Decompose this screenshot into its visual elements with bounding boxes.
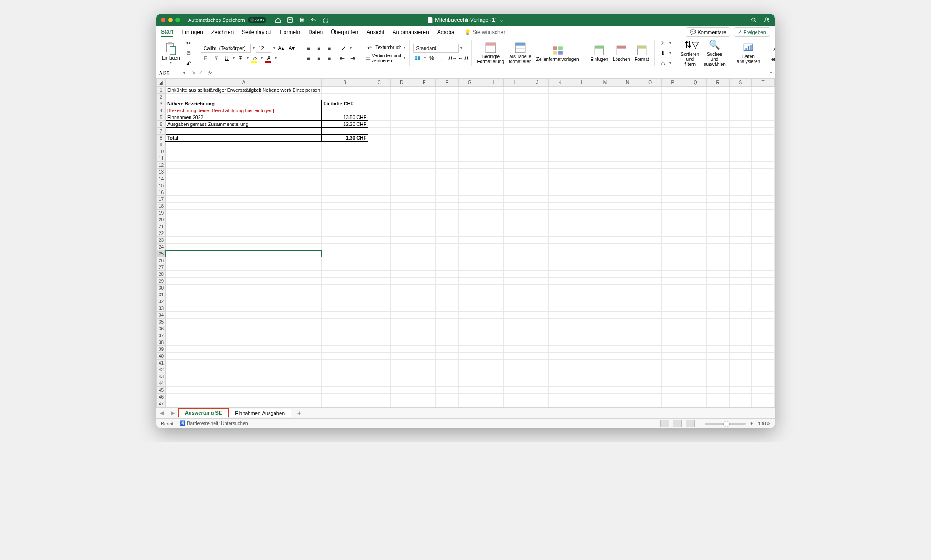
cell-G6[interactable] [458,121,481,128]
cell-L10[interactable] [571,148,594,155]
cell-D9[interactable] [390,141,413,148]
cell-H34[interactable] [481,312,504,319]
col-header-J[interactable]: J [526,79,549,87]
cell-T31[interactable] [752,291,775,298]
cell-H9[interactable] [481,141,504,148]
row-header-13[interactable]: 13 [157,169,166,175]
autosave-toggle[interactable]: AUS [248,17,267,23]
cell-F28[interactable] [435,271,458,278]
cell-M2[interactable] [594,94,616,100]
cell-M16[interactable] [594,189,616,196]
cell-F29[interactable] [435,278,458,285]
cell-G42[interactable] [458,366,481,373]
tab-start[interactable]: Start [161,27,173,37]
col-header-H[interactable]: H [481,79,504,87]
cell-L30[interactable] [571,285,594,291]
cell-O39[interactable] [639,346,661,353]
cell-S18[interactable] [729,203,752,210]
cell-A23[interactable] [165,237,321,244]
cell-T20[interactable] [752,216,775,223]
cell-G24[interactable] [458,244,481,250]
cell-E31[interactable] [413,291,436,298]
cell-F44[interactable] [435,380,458,387]
cell-B36[interactable] [322,325,368,332]
cell-M20[interactable] [594,216,616,223]
cell-I2[interactable] [503,94,526,100]
cell-I37[interactable] [503,332,526,339]
row-header-37[interactable]: 37 [157,332,166,339]
cell-G7[interactable] [458,128,481,135]
cell-M3[interactable] [594,100,616,107]
cell-E22[interactable] [413,230,436,237]
font-name-select[interactable] [201,44,251,53]
cell-S31[interactable] [729,291,752,298]
cell-R25[interactable] [706,250,729,257]
cell-B47[interactable] [322,400,368,407]
format-painter-icon[interactable]: 🖌 [184,59,193,68]
cell-K39[interactable] [549,346,571,353]
cell-J28[interactable] [526,271,549,278]
cell-E24[interactable] [413,244,436,250]
cell-E25[interactable] [413,250,436,257]
cell-Q17[interactable] [684,196,707,203]
cell-G47[interactable] [458,400,481,407]
row-header-27[interactable]: 27 [157,264,166,271]
cell-Q26[interactable] [684,257,707,264]
format-cells-button[interactable]: Format [633,45,651,62]
row-header-20[interactable]: 20 [157,216,166,223]
cell-H26[interactable] [481,257,504,264]
cell-N37[interactable] [616,332,639,339]
cell-N32[interactable] [616,298,639,305]
cell-Q45[interactable] [684,387,707,394]
cell-A33[interactable] [165,305,321,312]
cell-H5[interactable] [481,114,504,121]
cell-T15[interactable] [752,182,775,189]
cell-S2[interactable] [729,94,752,100]
cell-A46[interactable] [165,394,321,400]
cell-L42[interactable] [571,366,594,373]
col-header-N[interactable]: N [616,79,639,87]
cell-N22[interactable] [616,230,639,237]
cell-C42[interactable] [368,366,390,373]
cell-I9[interactable] [503,141,526,148]
cell-Q1[interactable] [684,87,707,94]
cell-D20[interactable] [390,216,413,223]
cell-T32[interactable] [752,298,775,305]
cell-L37[interactable] [571,332,594,339]
undo-icon[interactable] [310,16,317,24]
cell-H30[interactable] [481,285,504,291]
cell-I7[interactable] [503,128,526,135]
cell-L12[interactable] [571,162,594,169]
cell-R27[interactable] [706,264,729,271]
row-header-29[interactable]: 29 [157,278,166,285]
cell-N17[interactable] [616,196,639,203]
cell-S43[interactable] [729,373,752,380]
cell-A12[interactable] [165,162,321,169]
cell-T25[interactable] [752,250,775,257]
cell-D8[interactable] [390,135,413,141]
cell-I46[interactable] [503,394,526,400]
cell-C12[interactable] [368,162,390,169]
italic-button[interactable]: K [211,54,220,63]
tab-einfuegen[interactable]: Einfügen [181,28,203,37]
tab-acrobat[interactable]: Acrobat [437,28,456,37]
cell-S23[interactable] [729,237,752,244]
cell-P38[interactable] [661,339,684,346]
home-icon[interactable] [275,16,282,24]
cell-I19[interactable] [503,210,526,216]
cell-R14[interactable] [706,175,729,182]
cell-D34[interactable] [390,312,413,319]
close-window-icon[interactable] [161,18,165,22]
cell-D14[interactable] [390,175,413,182]
cell-C21[interactable] [368,223,390,230]
cell-F42[interactable] [435,366,458,373]
cell-A44[interactable] [165,380,321,387]
cell-P46[interactable] [661,394,684,400]
name-box[interactable]: AI25▾ [156,68,188,78]
cell-B2[interactable] [322,94,368,100]
sheet-tab-other[interactable]: Einnahmen-Ausgaben [229,409,291,417]
cell-C9[interactable] [368,141,390,148]
cell-D36[interactable] [390,325,413,332]
cell-I23[interactable] [503,237,526,244]
cell-T40[interactable] [752,353,775,360]
